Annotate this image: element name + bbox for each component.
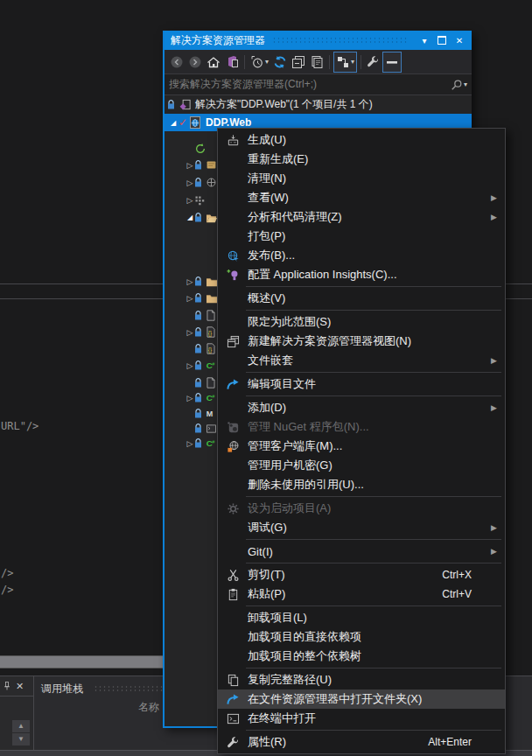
close-icon[interactable]: ✕ [16, 682, 24, 691]
mini-scrollbar[interactable]: ▲ ▼ [12, 720, 30, 746]
menu-item-load-direct-dependencies[interactable]: 加载项目的直接依赖项 [218, 627, 505, 647]
menu-item-load-entire-dependency-tree[interactable]: 加载项目的整个依赖树 [218, 647, 505, 666]
expander-collapsed-icon[interactable]: ▷ [186, 161, 194, 170]
menu-item-cut[interactable]: 剪切(T)Ctrl+X [218, 565, 505, 584]
menu-separator [246, 310, 501, 311]
menu-item-add[interactable]: 添加(D)▶ [218, 398, 505, 417]
call-stack-column-name[interactable]: 名称 [138, 700, 159, 715]
tree-row-solution[interactable]: 解决方案"DDP.Web"(1 个项目/共 1 个) [164, 96, 472, 113]
menu-item-view[interactable]: 查看(W)▶ [218, 188, 505, 207]
lock-icon [194, 438, 202, 448]
menu-item-publish[interactable]: 发布(B)... [218, 246, 505, 265]
menu-item-build[interactable]: 生成(U) [218, 130, 505, 150]
submenu-arrow-icon: ▶ [491, 213, 497, 221]
forward-icon [188, 55, 202, 69]
properties-button[interactable] [365, 52, 382, 72]
switch-views-button[interactable] [223, 52, 241, 72]
menu-item-open-folder-in-file-explorer[interactable]: 在文件资源管理器中打开文件夹(X) [218, 690, 505, 709]
menu-item-label: 管理 NuGet 程序包(N)... [248, 419, 369, 435]
gear-icon [218, 502, 248, 515]
menu-item-analyze-code-cleanup[interactable]: 分析和代码清理(Z)▶ [218, 207, 505, 227]
lock-icon [194, 213, 202, 222]
pending-changes-filter-button[interactable]: ▾ [248, 52, 270, 72]
terminal-icon [218, 712, 248, 725]
menu-item-edit-project-file[interactable]: 编辑项目文件 [218, 374, 505, 394]
expander-collapsed-icon[interactable]: ▷ [186, 277, 194, 286]
home-button[interactable] [205, 52, 222, 72]
chevron-down-icon[interactable]: ▾ [265, 58, 269, 66]
scroll-up-button[interactable]: ▲ [12, 720, 30, 732]
submenu-arrow-icon: ▶ [491, 356, 497, 365]
chevron-down-icon[interactable]: ▾ [464, 80, 467, 88]
menu-item-copy-full-path[interactable]: 复制完整路径(U) [218, 670, 505, 690]
search-input[interactable]: 搜索解决方案资源管理器(Ctrl+;) [169, 77, 451, 92]
expander-collapsed-icon[interactable]: ▷ [186, 439, 194, 448]
menu-item-label: 编辑项目文件 [248, 376, 316, 392]
sync-with-active-document-button[interactable]: ▾ [333, 52, 357, 73]
submenu-arrow-icon: ▶ [491, 523, 497, 532]
maximize-button[interactable] [433, 33, 451, 47]
menu-item-git[interactable]: Git(I)▶ [218, 542, 505, 561]
copy-docs-icon [310, 55, 324, 69]
expander-expanded-icon[interactable]: ◢ [186, 214, 194, 221]
copy-docs-button[interactable] [308, 52, 326, 72]
menu-item-set-as-startup-project[interactable]: 设为启动项目(A) [218, 499, 505, 518]
close-button[interactable]: ✕ [451, 33, 468, 47]
preview-selected-items-button[interactable] [382, 52, 402, 73]
menu-item-debug[interactable]: 调试(G)▶ [218, 518, 505, 537]
menu-item-properties[interactable]: 属性(R)Alt+Enter [218, 732, 505, 752]
expander-collapsed-icon[interactable]: ▷ [186, 328, 194, 337]
expander-collapsed-icon[interactable]: ▷ [186, 294, 194, 303]
svg-text:M: M [206, 410, 214, 418]
project-label: DDP.Web [206, 116, 251, 129]
refresh-button[interactable] [271, 52, 289, 72]
menu-item-configure-app-insights[interactable]: 配置 Application Insights(C)... [218, 265, 505, 284]
svg-text:#: # [212, 394, 215, 399]
menu-item-manage-client-libraries[interactable]: 管理客户端库(M)... [218, 437, 505, 456]
publish-globe-icon [218, 249, 248, 262]
menu-item-paste[interactable]: 粘贴(P)Ctrl+V [218, 584, 505, 604]
menu-item-label: 配置 Application Insights(C)... [248, 267, 397, 283]
connected-services-icon [194, 143, 206, 155]
menu-item-label: 添加(D) [248, 400, 286, 416]
scroll-down-button[interactable]: ▼ [12, 733, 30, 746]
search-icon[interactable] [451, 79, 463, 91]
pin-icon[interactable] [2, 681, 12, 691]
back-button[interactable] [168, 52, 186, 72]
expander-collapsed-icon[interactable]: ▷ [186, 361, 194, 370]
menu-item-pack[interactable]: 打包(P) [218, 227, 505, 246]
menu-item-scope-to-this[interactable]: 限定为此范围(S) [218, 312, 505, 332]
expander-expanded-icon[interactable]: ◢ [169, 119, 178, 127]
cmd-file-icon [206, 424, 217, 434]
solution-explorer-titlebar[interactable]: 解决方案资源管理器 ▾ ✕ [164, 31, 472, 50]
collapse-all-button[interactable] [290, 52, 307, 72]
panel-title: 解决方案资源管理器 [171, 33, 265, 48]
menu-item-label: 打包(P) [248, 228, 285, 244]
menu-item-open-in-terminal[interactable]: 在终端中打开 [218, 709, 505, 728]
expander-collapsed-icon[interactable]: ▷ [186, 394, 194, 402]
menu-item-clean[interactable]: 清理(N) [218, 169, 505, 188]
menu-item-new-solution-explorer-view[interactable]: 新建解决方案资源管理器视图(N) [218, 332, 505, 351]
solution-label: 解决方案"DDP.Web"(1 个项目/共 1 个) [195, 97, 373, 112]
menu-item-overview[interactable]: 概述(V) [218, 289, 505, 308]
menu-item-manage-user-secrets[interactable]: 管理用户机密(G) [218, 456, 505, 475]
expander-collapsed-icon[interactable]: ▷ [186, 196, 194, 205]
menu-item-manage-nuget-packages[interactable]: 管理 NuGet 程序包(N)... [218, 417, 505, 437]
expander-collapsed-icon[interactable]: ▷ [186, 178, 194, 187]
menu-item-unload-project[interactable]: 卸载项目(L) [218, 608, 505, 627]
menu-item-shortcut: Alt+Enter [428, 736, 505, 748]
solution-icon [178, 98, 192, 111]
project-globe-icon [188, 116, 202, 130]
forward-button[interactable] [186, 52, 204, 72]
window-position-button[interactable]: ▾ [416, 33, 433, 47]
titlebar-grip [272, 37, 409, 44]
menu-item-file-nesting[interactable]: 文件嵌套▶ [218, 351, 505, 370]
wrench-icon [367, 55, 380, 68]
menu-item-label: 清理(N) [248, 171, 286, 186]
menu-item-remove-unused-references[interactable]: 删除未使用的引用(U)... [218, 475, 505, 494]
menu-item-rebuild[interactable]: 重新生成(E) [218, 150, 505, 169]
search-box[interactable]: 搜索解决方案资源管理器(Ctrl+;) ▾ [164, 74, 472, 95]
menu-item-label: 分析和代码清理(Z) [248, 209, 342, 225]
editor-horizontal-scrollbar[interactable] [0, 655, 164, 668]
chevron-down-icon[interactable]: ▾ [351, 58, 354, 66]
